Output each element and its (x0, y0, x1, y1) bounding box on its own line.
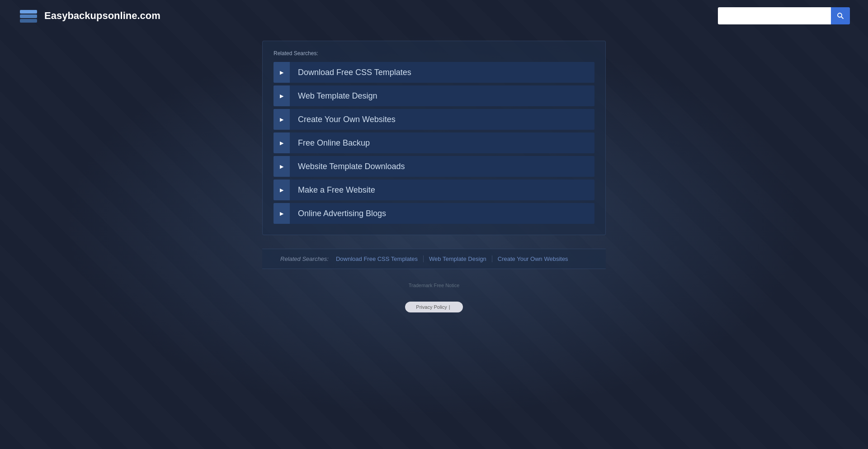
search-item-arrow-website-downloads (274, 156, 290, 177)
search-item-label-download-css: Download Free CSS Templates (290, 62, 594, 83)
search-item-download-css[interactable]: Download Free CSS Templates (274, 62, 594, 83)
logo-text: Easybackupsonline.com (44, 10, 160, 22)
footer-area: Trademark Free Notice Privacy Policy | (0, 269, 868, 321)
privacy-separator: | (449, 304, 450, 310)
search-item-arrow-create-websites (274, 109, 290, 130)
search-item-arrow-online-advertising (274, 203, 290, 224)
search-item-free-backup[interactable]: Free Online Backup (274, 132, 594, 153)
search-item-label-free-backup: Free Online Backup (290, 132, 594, 153)
search-item-create-websites[interactable]: Create Your Own Websites (274, 109, 594, 130)
search-item-website-downloads[interactable]: Website Template Downloads (274, 156, 594, 177)
search-item-label-create-websites: Create Your Own Websites (290, 109, 594, 130)
content-panel: Related Searches: Download Free CSS Temp… (262, 41, 606, 235)
bottom-link-bl-create[interactable]: Create Your Own Websites (492, 255, 574, 262)
search-item-label-website-downloads: Website Template Downloads (290, 156, 594, 177)
bottom-bar: Related Searches: Download Free CSS Temp… (262, 249, 606, 269)
privacy-bar: Privacy Policy | (405, 302, 462, 312)
search-item-arrow-free-backup (274, 132, 290, 153)
search-item-arrow-make-free (274, 180, 290, 200)
search-item-arrow-download-css (274, 62, 290, 83)
bottom-link-bl-download[interactable]: Download Free CSS Templates (336, 255, 424, 262)
search-item-arrow-web-template (274, 85, 290, 106)
trademark-notice: Trademark Free Notice (409, 283, 460, 288)
search-item-online-advertising[interactable]: Online Advertising Blogs (274, 203, 594, 224)
bottom-related-label: Related Searches: (280, 255, 329, 262)
privacy-link[interactable]: Privacy Policy (416, 304, 447, 310)
search-area (718, 7, 850, 24)
search-item-label-make-free: Make a Free Website (290, 180, 594, 200)
header: Easybackupsonline.com (0, 0, 868, 32)
search-items-list: Download Free CSS TemplatesWeb Template … (274, 62, 594, 224)
search-button[interactable] (831, 7, 850, 24)
svg-rect-0 (20, 19, 37, 23)
search-item-label-web-template: Web Template Design (290, 85, 594, 106)
search-item-web-template[interactable]: Web Template Design (274, 85, 594, 106)
logo-area: Easybackupsonline.com (18, 5, 160, 26)
bottom-link-bl-web-template[interactable]: Web Template Design (424, 255, 492, 262)
svg-rect-1 (20, 14, 37, 18)
search-item-make-free[interactable]: Make a Free Website (274, 180, 594, 200)
bottom-bar-inner: Related Searches: Download Free CSS Temp… (280, 255, 588, 262)
logo-icon (18, 5, 39, 26)
search-item-label-online-advertising: Online Advertising Blogs (290, 203, 594, 224)
svg-line-4 (841, 17, 843, 19)
svg-rect-2 (20, 10, 37, 14)
main-content: Related Searches: Download Free CSS Temp… (0, 32, 868, 249)
related-searches-label: Related Searches: (274, 50, 594, 57)
search-input[interactable] (718, 7, 831, 24)
search-icon (837, 12, 844, 19)
